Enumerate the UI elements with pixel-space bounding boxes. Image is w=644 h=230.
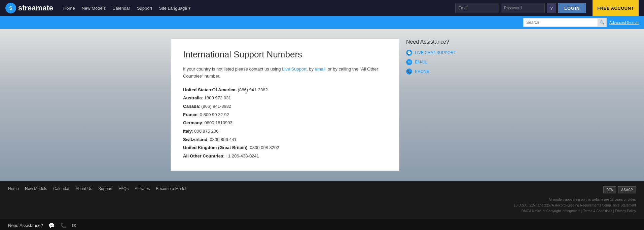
search-button[interactable]: 🔍 [598, 18, 606, 27]
phone-list-item: France: 0 800 90 32 92 [183, 111, 387, 119]
footer-link[interactable]: New Models [25, 186, 47, 191]
free-account-button[interactable]: FREE ACCOUNT [593, 0, 639, 16]
chat-icon: 💬 [406, 50, 412, 56]
login-area: ? LOGIN [455, 3, 586, 13]
footer-logos: RTA ASACP [603, 186, 636, 193]
footer-link[interactable]: Support [98, 186, 112, 191]
support-card: International Support Numbers If your co… [171, 39, 399, 171]
intro-paragraph: If your country is not listed please con… [183, 66, 387, 80]
assistance-title: Need Assistance? [406, 39, 473, 45]
assistance-panel: Need Assistance? 💬 LIVE CHAT SUPPORT ✉ E… [406, 39, 473, 171]
email-support-link[interactable]: ✉ EMAIL [406, 59, 473, 65]
main-content: International Support Numbers If your co… [0, 29, 644, 181]
bottom-email-icon[interactable]: ✉ [72, 223, 76, 229]
phone-list-item: Germany: 0800 1810993 [183, 119, 387, 127]
live-chat-support-link[interactable]: 💬 LIVE CHAT SUPPORT [406, 50, 473, 56]
phone-list-item: Australia: 1800 972 031 [183, 94, 387, 102]
legal-line1: All models appearing on this website are… [514, 197, 636, 202]
live-chat-label: LIVE CHAT SUPPORT [415, 50, 456, 55]
phone-icon: 📞 [406, 68, 412, 75]
legal-line3: DMCA Notice of Copyright Infringement | … [514, 208, 636, 214]
phone-list-item: Italy: 800 875 206 [183, 127, 387, 136]
footer-link[interactable]: About Us [76, 186, 92, 191]
bottom-bar: Need Assistance? 💬 📞 ✉ [0, 219, 644, 230]
search-bar: 🔍 Advanced Search [0, 16, 644, 29]
password-field[interactable] [501, 3, 545, 13]
footer-right: RTA ASACP All models appearing on this w… [514, 186, 636, 214]
bottom-chat-icon[interactable]: 💬 [48, 223, 55, 229]
nav-support[interactable]: Support [137, 6, 152, 11]
live-support-link[interactable]: Live Support [282, 66, 307, 72]
need-assistance-text: Need Assistance? [8, 223, 43, 228]
phone-list: United States Of America: (866) 941-3982… [183, 86, 387, 160]
footer-link[interactable]: Become a Model [156, 186, 186, 191]
phone-support-link[interactable]: 📞 PHONE [406, 68, 473, 75]
search-input[interactable] [524, 18, 598, 27]
search-input-wrap: 🔍 [523, 18, 607, 27]
email-label: EMAIL [415, 60, 427, 64]
phone-list-item: Canada: (866) 941-3982 [183, 102, 387, 111]
rta-badge: RTA [603, 186, 616, 193]
nav-site-language[interactable]: Site Language ▾ [159, 6, 190, 11]
brand-name: streamate [18, 4, 53, 12]
top-navigation: S streamate Home New Models Calendar Sup… [0, 0, 644, 16]
legal-line2: 18 U.S.C. 2257 and 2257A Record-Keeping … [514, 202, 636, 208]
nav-home[interactable]: Home [63, 6, 75, 11]
nav-new-models[interactable]: New Models [82, 6, 106, 11]
phone-list-item: All Other Countries: +1 206-438-0241 [183, 152, 387, 160]
asacp-badge: ASACP [618, 186, 636, 193]
bottom-phone-icon[interactable]: 📞 [60, 223, 67, 229]
email-link[interactable]: email [315, 66, 325, 72]
phone-label: PHONE [415, 69, 429, 74]
nav-calendar[interactable]: Calendar [112, 6, 130, 11]
phone-list-item: Switzerland: 0800 896 441 [183, 136, 387, 144]
logo[interactable]: S streamate [5, 3, 53, 13]
phone-list-item: United Kingdom (Great Britain): 0800 098… [183, 144, 387, 152]
email-field[interactable] [455, 3, 499, 13]
footer-legal: All models appearing on this website are… [514, 197, 636, 214]
email-icon: ✉ [406, 59, 412, 65]
intro-mid: , by [307, 66, 315, 72]
footer-link[interactable]: FAQs [118, 186, 129, 191]
footer-links: HomeNew ModelsCalendarAbout UsSupportFAQ… [8, 186, 186, 191]
card-title: International Support Numbers [183, 49, 387, 60]
footer: HomeNew ModelsCalendarAbout UsSupportFAQ… [0, 181, 644, 219]
advanced-search-link[interactable]: Advanced Search [609, 20, 639, 25]
footer-link[interactable]: Home [8, 186, 19, 191]
phone-list-item: United States Of America: (866) 941-3982 [183, 86, 387, 94]
login-button[interactable]: LOGIN [558, 3, 586, 13]
logo-icon: S [5, 3, 16, 13]
intro-text-before: If your country is not listed please con… [183, 66, 282, 72]
help-button[interactable]: ? [547, 3, 556, 13]
footer-link[interactable]: Calendar [53, 186, 70, 191]
footer-link[interactable]: Affiliates [135, 186, 150, 191]
